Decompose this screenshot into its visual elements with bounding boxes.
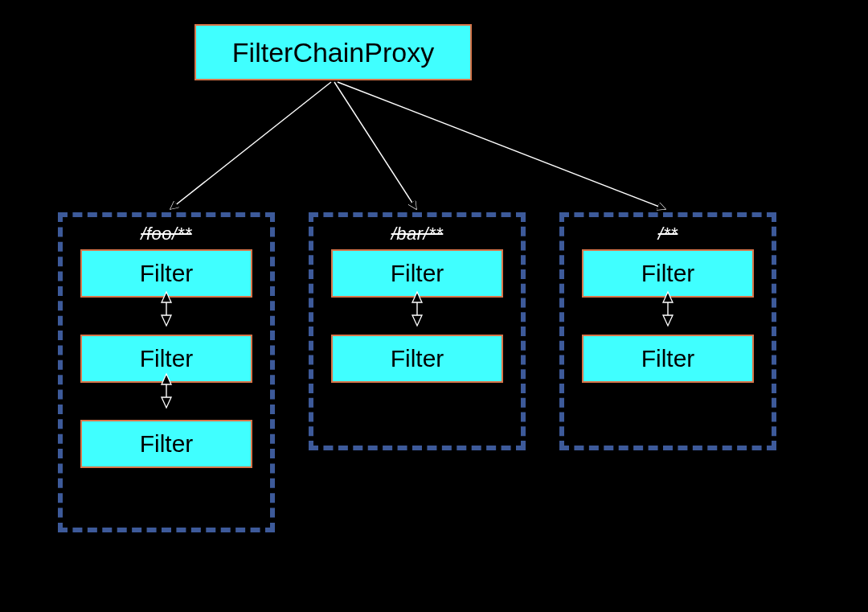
filter-chain-proxy-label: FilterChainProxy <box>232 37 434 68</box>
diagram-canvas: FilterChainProxy /foo/** Filter Filter F… <box>0 0 868 612</box>
filter-box: Filter <box>80 420 252 468</box>
filter-label: Filter <box>140 430 194 458</box>
filter-label: Filter <box>140 345 194 372</box>
filter-box: Filter <box>331 249 503 298</box>
filter-box: Filter <box>331 335 503 383</box>
chain-foo: /foo/** Filter Filter Filter <box>58 212 275 532</box>
chain-title: /foo/** <box>63 224 270 244</box>
filter-box: Filter <box>582 335 754 383</box>
filter-box: Filter <box>80 335 252 383</box>
filter-label: Filter <box>641 345 695 372</box>
arrow-proxy-to-foo <box>170 82 331 209</box>
filter-chain-proxy-box: FilterChainProxy <box>194 24 472 80</box>
filter-label: Filter <box>391 260 444 287</box>
arrow-proxy-to-all <box>338 82 665 209</box>
arrow-proxy-to-bar <box>334 82 416 209</box>
chain-bar: /bar/** Filter Filter <box>309 212 526 450</box>
filter-label: Filter <box>641 260 695 287</box>
chain-all: /** Filter Filter <box>559 212 776 450</box>
filter-box: Filter <box>80 249 252 298</box>
chain-title: /bar/** <box>313 224 521 244</box>
chain-title: /** <box>564 224 772 244</box>
filter-label: Filter <box>391 345 444 372</box>
filter-box: Filter <box>582 249 754 298</box>
filter-label: Filter <box>140 260 194 287</box>
